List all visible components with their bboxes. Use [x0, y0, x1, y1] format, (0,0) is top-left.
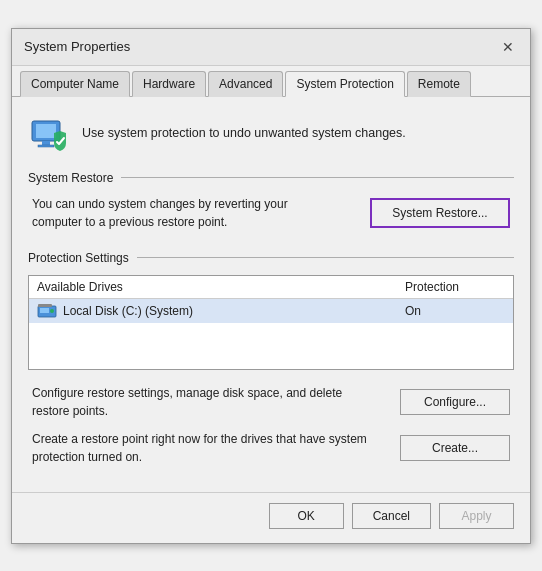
create-button[interactable]: Create... — [400, 435, 510, 461]
configure-button[interactable]: Configure... — [400, 389, 510, 415]
system-restore-label: System Restore — [28, 171, 113, 185]
protection-settings-section: Protection Settings Available Drives Pro… — [28, 251, 514, 370]
drives-table-body: Local Disk (C:) (System) On — [29, 299, 513, 369]
configure-row: Configure restore settings, manage disk … — [28, 384, 514, 420]
svg-point-6 — [50, 309, 54, 313]
col-header-protection: Protection — [405, 280, 505, 294]
tab-advanced[interactable]: Advanced — [208, 71, 283, 97]
config-section: Configure restore settings, manage disk … — [28, 384, 514, 466]
create-row: Create a restore point right now for the… — [28, 430, 514, 466]
protection-settings-label: Protection Settings — [28, 251, 129, 265]
tab-content: Use system protection to undo unwanted s… — [12, 97, 530, 488]
tab-hardware[interactable]: Hardware — [132, 71, 206, 97]
ok-button[interactable]: OK — [269, 503, 344, 529]
col-header-drives: Available Drives — [37, 280, 405, 294]
system-restore-row: You can undo system changes by reverting… — [28, 195, 514, 231]
drive-name: Local Disk (C:) (System) — [63, 304, 405, 318]
svg-rect-5 — [40, 308, 49, 313]
drive-row[interactable]: Local Disk (C:) (System) On — [29, 299, 513, 323]
header-row: Use system protection to undo unwanted s… — [28, 113, 514, 155]
svg-rect-2 — [42, 141, 50, 145]
svg-rect-1 — [36, 124, 56, 138]
system-restore-button[interactable]: System Restore... — [370, 198, 510, 228]
tab-system-protection[interactable]: System Protection — [285, 71, 404, 97]
system-properties-dialog: System Properties ✕ Computer Name Hardwa… — [11, 28, 531, 544]
drive-icon — [37, 303, 57, 319]
drives-table-header: Available Drives Protection — [29, 276, 513, 299]
drive-protection-status: On — [405, 304, 505, 318]
svg-rect-7 — [38, 304, 52, 307]
dialog-footer: OK Cancel Apply — [12, 492, 530, 543]
section-divider-2 — [137, 257, 514, 258]
header-text: Use system protection to undo unwanted s… — [82, 125, 406, 143]
svg-rect-3 — [38, 145, 54, 147]
close-button[interactable]: ✕ — [498, 37, 518, 57]
system-restore-description: You can undo system changes by reverting… — [32, 195, 292, 231]
shield-icon — [28, 113, 70, 155]
system-restore-header: System Restore — [28, 171, 514, 185]
tab-computer-name[interactable]: Computer Name — [20, 71, 130, 97]
apply-button[interactable]: Apply — [439, 503, 514, 529]
cancel-button[interactable]: Cancel — [352, 503, 431, 529]
tabs-bar: Computer Name Hardware Advanced System P… — [12, 66, 530, 97]
drives-table: Available Drives Protection Local Disk (… — [28, 275, 514, 370]
create-description: Create a restore point right now for the… — [32, 430, 372, 466]
tab-remote[interactable]: Remote — [407, 71, 471, 97]
section-divider — [121, 177, 514, 178]
title-bar: System Properties ✕ — [12, 29, 530, 66]
window-title: System Properties — [24, 39, 130, 54]
protection-settings-header: Protection Settings — [28, 251, 514, 265]
configure-description: Configure restore settings, manage disk … — [32, 384, 372, 420]
